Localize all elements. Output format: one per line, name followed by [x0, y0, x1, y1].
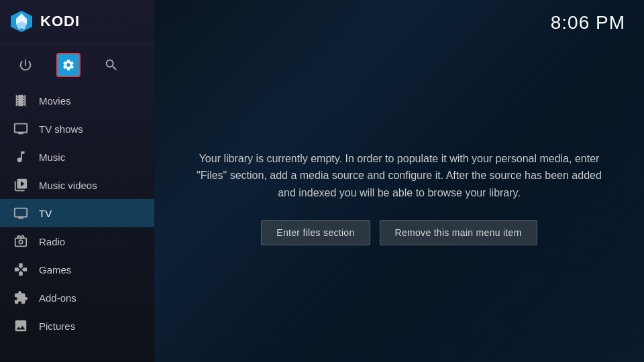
movies-icon — [13, 93, 28, 108]
enter-files-section-button[interactable]: Enter files section — [261, 220, 370, 245]
top-bar: 8:06 PM — [154, 0, 644, 34]
kodi-logo-icon — [9, 9, 34, 34]
action-buttons: Enter files section Remove this main men… — [261, 220, 537, 245]
sidebar-item-movies[interactable]: Movies — [0, 86, 154, 115]
sidebar-icon-row — [0, 44, 154, 86]
tvshows-label: TV shows — [39, 123, 83, 135]
musicvideos-label: Music videos — [39, 180, 97, 191]
sidebar-item-tvshows[interactable]: TV shows — [0, 115, 154, 143]
sidebar-nav: Movies TV shows Music Music videos TV — [0, 86, 154, 362]
power-button[interactable] — [13, 53, 38, 77]
sidebar: KODI Movies — [0, 0, 154, 362]
sidebar-item-games[interactable]: Games — [0, 255, 154, 284]
remove-menu-item-button[interactable]: Remove this main menu item — [380, 220, 537, 245]
sidebar-item-addons[interactable]: Add-ons — [0, 284, 154, 312]
app-title: KODI — [40, 13, 80, 30]
settings-button[interactable] — [56, 53, 80, 77]
games-label: Games — [39, 264, 71, 276]
music-icon — [13, 149, 28, 164]
search-icon — [104, 58, 119, 72]
sidebar-header: KODI — [0, 0, 154, 44]
tvshows-icon — [13, 121, 28, 136]
sidebar-item-pictures[interactable]: Pictures — [0, 312, 154, 340]
pictures-icon — [13, 318, 28, 333]
tv-label: TV — [39, 208, 52, 219]
musicvideos-icon — [13, 178, 28, 192]
games-icon — [13, 262, 28, 277]
sidebar-item-radio[interactable]: Radio — [0, 227, 154, 255]
music-label: Music — [39, 152, 65, 163]
sidebar-item-tv[interactable]: TV — [0, 199, 154, 227]
power-icon — [18, 58, 33, 72]
main-content: 8:06 PM Your library is currently empty.… — [154, 0, 644, 362]
addons-icon — [13, 290, 28, 305]
movies-label: Movies — [39, 95, 71, 107]
search-button[interactable] — [99, 53, 123, 77]
clock-display: 8:06 PM — [551, 12, 625, 34]
tv-icon — [13, 206, 28, 221]
addons-label: Add-ons — [39, 292, 76, 304]
settings-icon — [62, 58, 75, 72]
content-area: Your library is currently empty. In orde… — [154, 34, 644, 362]
sidebar-item-music[interactable]: Music — [0, 143, 154, 171]
radio-icon — [13, 234, 28, 249]
sidebar-item-musicvideos[interactable]: Music videos — [0, 171, 154, 199]
library-empty-message: Your library is currently empty. In orde… — [195, 150, 604, 202]
pictures-label: Pictures — [39, 320, 75, 332]
radio-label: Radio — [39, 236, 65, 247]
